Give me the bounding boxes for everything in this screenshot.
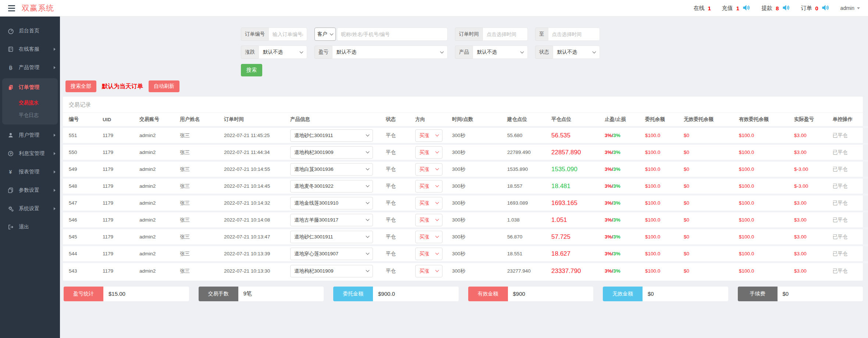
sidebar-subitem-trade-flow[interactable]: 交易流水 [2,97,58,109]
sidebar-subitem-close-log[interactable]: 平仓日志 [2,109,58,122]
cell-close-point: 22857.890 [548,144,602,161]
table-row: 5441179admin2张三2022-07-21 10:13:39道地穿心莲3… [63,245,868,262]
cell-stop-profit-loss: 3%/3% [602,212,642,229]
user-icon [7,132,15,138]
cell-duration: 300秒 [449,212,504,229]
cell-invalid-balance: $0 [681,127,736,144]
status-filter-select[interactable]: 默认不选 [553,46,600,59]
report-icon: ¥ [7,169,15,175]
table-row: 5461179admin2张三2022-07-21 10:14:08道地古羊藤3… [63,212,868,229]
chevron-down-icon [435,167,439,170]
customer-type-select[interactable]: 客户 [314,28,336,41]
search-button[interactable]: 搜索 [241,64,262,76]
cell-uid: 1179 [100,229,136,245]
service-icon [7,46,15,52]
cell-direction: 买涨 [412,144,449,161]
speaker-icon[interactable] [743,4,750,12]
cell-close-point: 1693.165 [548,195,602,212]
direction-select[interactable]: 买涨 [415,248,442,260]
sidebar-item-logout[interactable]: 退出 [0,218,60,236]
gear-icon [7,206,15,212]
product-filter-select[interactable]: 默认不选 [473,46,528,59]
search-all-button[interactable]: 搜索全部 [65,80,96,92]
sidebar-item-service[interactable]: 在线客服 [0,40,60,58]
sidebar: 后台首页 在线客服 B 产品管理 订单管理 交易流水 平仓日志 [0,17,60,338]
svg-text:P: P [10,152,12,155]
direction-select[interactable]: 买涨 [415,163,442,176]
cell-uid: 1179 [100,195,136,212]
time-to-input[interactable] [548,28,600,41]
cell-direction: 买涨 [412,229,449,245]
sidebar-item-system[interactable]: 系统设置 [0,199,60,218]
sidebar-item-reports[interactable]: ¥ 报表管理 [0,163,60,181]
time-from-input[interactable] [483,28,528,41]
stat-recharge-label: 充值 [722,5,733,12]
product-select[interactable]: 道地白芨3001936 [290,163,373,176]
cell-direction: 买涨 [412,161,449,178]
cell-control-status: 已平仓 [830,127,868,144]
sidebar-item-products[interactable]: B 产品管理 [0,58,60,77]
speaker-icon[interactable] [822,4,829,12]
product-select[interactable]: 道地古羊藤3001917 [290,214,373,226]
sidebar-item-interest[interactable]: P 利息宝管理 [0,144,60,163]
cell-order-time: 2022-07-21 10:14:08 [221,212,287,229]
sidebar-item-label: 在线客服 [19,46,39,53]
cell-uid: 1179 [100,144,136,161]
sidebar-item-orders[interactable]: 订单管理 [2,78,58,97]
profit-loss-select[interactable]: 默认不选 [332,46,448,59]
order-no-input[interactable] [268,28,307,41]
cell-username: 张三 [177,212,221,229]
direction-select[interactable]: 买涨 [415,197,442,209]
direction-select[interactable]: 买涨 [415,231,442,243]
cell-id: 548 [63,178,100,195]
cell-actual-profit: $3.00 [791,195,830,212]
cell-direction: 买涨 [412,127,449,144]
product-select[interactable]: 道地砂仁3001911 [290,231,373,243]
cell-product: 道地枸杞3001909 [287,144,383,161]
speaker-icon[interactable] [782,4,790,12]
cell-entrust-balance: $100.0 [642,144,681,161]
product-select[interactable]: 道地枸杞3001909 [290,146,373,159]
cell-status: 平仓 [383,178,412,195]
topbar: 双赢系统 在线 1 充值 1 提款 8 订单 0 admin [0,0,868,17]
cell-product: 道地枸杞3001909 [287,262,383,279]
cell-username: 张三 [177,195,221,212]
menu-toggle-icon[interactable] [8,5,15,11]
product-select[interactable]: 道地砂仁3001911 [290,129,373,142]
cell-entrust-balance: $100.0 [642,229,681,245]
today-orders-note: 默认为当天订单 [102,83,143,90]
sidebar-item-params[interactable]: 参数设置 [0,181,60,199]
summary-invalid-amount: 无效金额 $0 [603,287,728,301]
filter-profit-loss: 盈亏 默认不选 [314,46,448,59]
cell-close-point: 23337.790 [548,262,602,279]
direction-select[interactable]: 买涨 [415,265,442,277]
admin-username: admin [840,5,854,11]
product-select[interactable]: 道地枸杞3001909 [290,265,373,277]
direction-select[interactable]: 买涨 [415,180,442,193]
product-select[interactable]: 道地麦冬3001922 [290,180,373,193]
chevron-down-icon [857,7,860,9]
product-select[interactable]: 道地穿心莲3001907 [290,248,373,260]
customer-search-input[interactable] [337,28,448,41]
cell-account: admin2 [136,161,177,178]
chevron-down-icon [366,167,370,170]
auto-refresh-button[interactable]: 自动刷新 [149,80,179,92]
sidebar-item-users[interactable]: 用户管理 [0,126,60,144]
cell-control-status: 已平仓 [830,212,868,229]
product-select[interactable]: 道地金线莲3001910 [290,197,373,209]
cell-uid: 1179 [100,245,136,262]
direction-select[interactable]: 买涨 [415,214,442,226]
summary-entrust-amount-label: 委托金额 [333,287,373,301]
cell-valid-balance: $100.0 [736,161,791,178]
sidebar-item-dashboard[interactable]: 后台首页 [0,22,60,40]
cell-open-point: 23277.940 [504,262,548,279]
direction-select[interactable]: 买涨 [415,129,442,142]
direction-select[interactable]: 买涨 [415,146,442,159]
admin-dropdown[interactable]: admin [840,5,860,11]
cell-account: admin2 [136,127,177,144]
cell-invalid-balance: $0 [681,245,736,262]
cell-stop-profit-loss: 3%/3% [602,178,642,195]
sidebar-subitem-label: 平仓日志 [19,112,39,119]
updown-select[interactable]: 默认不选 [259,46,307,59]
table-row: 5431179admin2张三2022-07-21 10:13:30道地枸杞30… [63,262,868,279]
